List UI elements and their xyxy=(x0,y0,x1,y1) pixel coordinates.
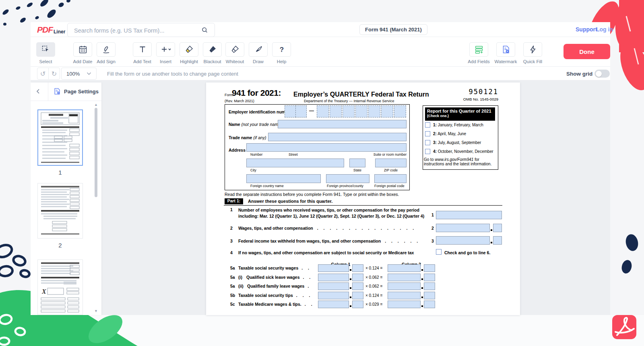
add-fields-button[interactable]: Add Fields xyxy=(469,42,488,64)
document-title-chip[interactable]: Form 941 (March 2021) xyxy=(359,24,427,35)
line5c-multiplier: × 0.029 = xyxy=(365,302,382,307)
zoom-select[interactable]: 100% xyxy=(61,68,97,80)
page-thumbnail-1[interactable] xyxy=(37,109,83,166)
form-revision: (Rev. March 2021) xyxy=(225,99,254,103)
page-settings-label: Page Settings xyxy=(64,89,99,95)
ein-digit-box[interactable] xyxy=(285,105,296,117)
ein-digit-box[interactable] xyxy=(394,105,406,117)
line3-label: Federal income tax withheld from wages, … xyxy=(238,239,420,243)
zip-field[interactable] xyxy=(375,159,407,167)
line5a-col2-field[interactable] xyxy=(388,264,435,272)
quarter-3-checkbox[interactable] xyxy=(425,140,430,145)
quarter-2-checkbox[interactable] xyxy=(425,131,430,136)
ein-digit-box[interactable] xyxy=(355,105,367,117)
foreign-postal-field[interactable] xyxy=(374,174,407,183)
line5a-i-label-row: 5a(i) Qualified sick leave wages. . xyxy=(230,275,312,280)
line2-number: 2 xyxy=(230,226,233,231)
add-sign-button[interactable]: Add Sign xyxy=(97,42,116,64)
line5a-multiplier: × 0.124 = xyxy=(365,266,382,270)
svg-text:X: X xyxy=(41,288,46,295)
redo-icon: ↻ xyxy=(52,70,57,78)
quarter-4-checkbox[interactable] xyxy=(425,149,430,154)
scroll-up-arrow[interactable]: ▲ xyxy=(94,103,98,107)
foreign-postal-sublabel: Foreign postal code xyxy=(374,184,405,188)
show-grid-toggle[interactable] xyxy=(594,70,610,78)
ein-digit-box[interactable] xyxy=(368,105,380,117)
trade-name-field[interactable] xyxy=(268,133,407,141)
line4-label: If no wages, tips, and other compensatio… xyxy=(238,250,414,255)
zoom-value: 100% xyxy=(66,71,80,77)
page-thumbnail-3[interactable]: X xyxy=(37,260,83,315)
undo-icon: ↺ xyxy=(40,70,45,78)
foreign-country-field[interactable] xyxy=(246,174,321,183)
whiteout-icon xyxy=(230,45,240,54)
ein-digit-box[interactable] xyxy=(295,105,307,117)
line2-label: Wages, tips, and other compensation. . .… xyxy=(238,226,416,231)
search-input[interactable] xyxy=(73,23,200,37)
page-thumbnail-2[interactable] xyxy=(37,183,83,239)
quarter-option-3: 3: July, August, September xyxy=(425,140,481,145)
support-link[interactable]: Support xyxy=(576,26,597,33)
quick-fill-button[interactable]: Quick Fill xyxy=(523,42,542,64)
chevron-down-icon xyxy=(87,72,91,75)
pdfliner-logo[interactable]: PDF Liner xyxy=(37,25,65,35)
select-tool-button[interactable]: Select xyxy=(36,42,55,64)
calendar-icon xyxy=(78,45,88,54)
chevron-left-icon xyxy=(37,89,39,93)
search-icon[interactable] xyxy=(201,27,208,33)
line5a-i-col2-field[interactable] xyxy=(388,274,435,281)
foreign-country-sublabel: Foreign country name xyxy=(250,184,284,188)
line3-amount-field[interactable] xyxy=(436,236,502,245)
page-settings-button[interactable]: Page Settings xyxy=(53,87,99,95)
undo-button[interactable]: ↺ xyxy=(37,68,49,80)
line5a-i-col1-field[interactable] xyxy=(318,274,363,281)
line5c-col1-field[interactable] xyxy=(318,301,363,308)
dot-leader: . . xyxy=(303,275,313,280)
help-button[interactable]: ? Help xyxy=(272,42,291,64)
sidebar-scrollbar-thumb[interactable] xyxy=(95,108,97,197)
line5b-col2-field[interactable] xyxy=(388,292,435,299)
address-label: Address xyxy=(229,148,246,152)
line2-amount-field[interactable] xyxy=(436,224,502,232)
ein-digit-box[interactable] xyxy=(343,105,355,117)
line5c-label-row: 5c Taxable Medicare wages & tips.. . xyxy=(230,302,314,307)
scroll-down-arrow[interactable]: ▼ xyxy=(94,309,98,313)
line4-checkbox[interactable] xyxy=(436,249,442,255)
line5c-col2-field[interactable] xyxy=(388,301,435,308)
zip-sublabel: ZIP code xyxy=(375,168,407,172)
line3-number: 3 xyxy=(230,239,233,243)
address-field[interactable] xyxy=(246,143,407,152)
form-number: 941 for 2021: xyxy=(232,88,281,98)
ein-digit-box[interactable] xyxy=(317,105,329,117)
name-field[interactable] xyxy=(278,120,407,128)
quick-fill-icon xyxy=(528,45,538,54)
line5a-ii-col2-field[interactable] xyxy=(388,282,435,290)
state-field[interactable] xyxy=(349,159,365,167)
line1-field[interactable] xyxy=(436,211,502,219)
login-link[interactable]: Log in xyxy=(596,26,613,33)
line5b-label-row: 5b Taxable social security tips. . . xyxy=(230,293,312,298)
foreign-province-field[interactable] xyxy=(326,174,369,183)
ein-digit-box[interactable] xyxy=(330,105,342,117)
city-field[interactable] xyxy=(246,159,344,167)
line5a-ii-col1-field[interactable] xyxy=(318,282,363,290)
dot-leader: . . . . . . xyxy=(385,239,420,243)
page-1-preview xyxy=(38,110,82,165)
ink-drops-decoration xyxy=(618,231,644,276)
done-button[interactable]: Done xyxy=(564,44,610,59)
quarter-1-checkbox[interactable] xyxy=(425,122,430,128)
watermark-button[interactable]: Watermark xyxy=(496,42,515,64)
collapse-sidebar-button[interactable] xyxy=(35,89,41,94)
page-2-preview xyxy=(38,183,83,238)
line5a-col1-field[interactable] xyxy=(318,264,363,272)
quarter-title: Report for this Quarter of 2021 xyxy=(425,107,495,113)
dot-leader: . . xyxy=(305,302,314,307)
sign-pen-icon xyxy=(101,45,111,54)
line4-number: 4 xyxy=(230,250,233,255)
ein-digit-box[interactable] xyxy=(381,105,393,117)
redo-button[interactable]: ↻ xyxy=(48,68,60,80)
line1-number: 1 xyxy=(230,207,233,212)
line5b-col1-field[interactable] xyxy=(318,292,363,299)
street-sublabel: Street xyxy=(289,152,298,157)
divider xyxy=(31,80,610,80)
